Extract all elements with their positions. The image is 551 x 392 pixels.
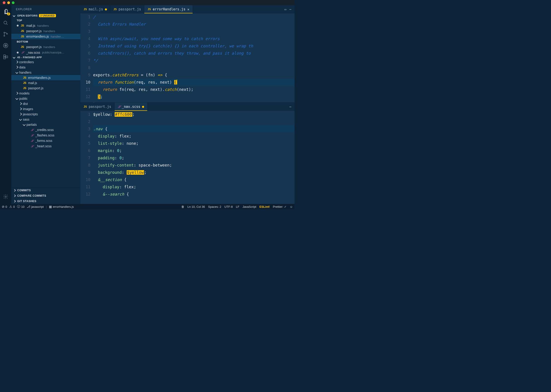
folder-name: models [19,91,29,95]
tree-file[interactable]: JSpassport.js [11,85,80,91]
status-errors[interactable]: ⊘0 [2,205,7,209]
search-icon[interactable] [2,20,9,26]
editor-tab[interactable]: JSpassport.js [80,103,115,111]
tree-folder[interactable]: models [11,91,80,96]
tree-folder[interactable]: dist [11,101,80,106]
extensions-icon[interactable] [2,54,9,60]
svg-point-2 [4,32,5,33]
workspace-root[interactable]: 45 - FINISHED APP [11,55,80,59]
editor-tab[interactable]: 𝒮_nav.scss [115,103,147,111]
code-line[interactable]: display: flex; [93,183,294,190]
code-line[interactable]: Instead of using try{} catch(e) {} in ea… [93,42,294,50]
code-line[interactable]: With async/await, you need some way to c… [93,35,294,42]
tree-file[interactable]: 𝒮_credits.scss [11,127,80,133]
tree-file[interactable]: JSmail.js [11,80,80,85]
more-icon[interactable]: ⋯ [290,7,291,11]
code-line[interactable]: &--search { [93,190,294,198]
tree-folder[interactable]: data [11,65,80,70]
code-editor-top[interactable]: / Catch Errors Handler With async/await,… [93,13,294,102]
file-name: mail.js [26,24,35,28]
tree-folder[interactable]: handlers [11,70,80,75]
code-line[interactable] [93,64,294,71]
code-line[interactable]: Catch Errors Handler [93,21,294,28]
status-trash[interactable]: 🗑 [181,205,184,209]
scss-file-icon: 𝒮 [118,105,120,109]
explorer-sidebar: EXPLORER OPEN EDITORS 2 UNSAVED TOP JSma… [11,5,80,204]
file-dir: handler… [51,35,64,38]
explorer-badge: 2 [7,13,10,15]
minimize-window[interactable] [7,1,10,4]
more-icon[interactable]: ⋯ [290,105,291,109]
status-info[interactable]: ⓘ10 [17,205,24,209]
sidebar-panel-header[interactable]: COMPARE COMMITS [11,193,80,198]
status-ln-col[interactable]: Ln 10, Col 36 [187,205,205,209]
code-editor-bottom[interactable]: $yellow: #ffc600; .nav { display: flex; … [93,111,294,204]
code-line[interactable]: */ [93,57,294,64]
open-editor-file[interactable]: 𝒮_nav.scss public/sass/pa… [11,50,80,55]
chevron-down-icon [13,56,15,58]
tree-file[interactable]: 𝒮_flashes.scss [11,133,80,138]
status-eslint[interactable]: ESLint! [259,205,270,209]
explorer-icon[interactable]: 2 [2,8,9,15]
tree-folder[interactable]: controllers [11,59,80,65]
split-editor-icon[interactable]: ▭ [284,7,286,11]
code-line[interactable]: exports.catchErrors = (fn) => { [93,71,294,79]
maximize-window[interactable] [12,1,14,4]
file-name: mail.js [28,81,37,85]
tree-folder[interactable]: partials [11,122,80,127]
open-editor-file[interactable]: JSpassport.js handlers [11,44,80,50]
chevron-right-icon [13,189,16,191]
open-editors-header[interactable]: OPEN EDITORS 2 UNSAVED [11,13,80,18]
code-line[interactable]: }; [93,100,294,102]
status-git-branch[interactable]: ⎇javascript [27,205,44,209]
chevron-icon [15,71,18,74]
code-line[interactable]: catchErrors(), catch and errors they thr… [93,50,294,57]
editor-tab[interactable]: JSerrorHandlers.js× [144,5,193,13]
code-line[interactable]: justify-content: space-between; [93,161,294,169]
settings-icon[interactable] [2,194,9,200]
dirty-dot-icon [17,25,19,27]
close-window[interactable] [3,1,6,4]
code-line[interactable]: return fn(req, res, next).catch(next); [93,86,294,93]
sidebar-panel-header[interactable]: COMMITS [11,188,80,193]
git-icon[interactable] [2,31,9,37]
open-editor-file[interactable]: JSerrorHandlers.js handler… [11,34,80,39]
close-icon[interactable]: × [187,7,189,12]
tree-folder[interactable]: sass [11,117,80,122]
open-editor-file[interactable]: JSpassport.js handlers [11,28,80,34]
code-line[interactable]: return function(req, res, next) { [93,79,294,86]
code-line[interactable]: $yellow: #ffc600; [93,111,294,118]
editor-tab[interactable]: JSpassport.js [110,5,145,13]
code-line[interactable]: .nav { [93,125,294,133]
status-smiley-icon[interactable]: ☺ [290,205,293,209]
code-line[interactable] [93,118,294,125]
code-line[interactable]: padding: 0; [93,154,294,161]
status-file-context[interactable]: ▦errorHandlers.js [49,205,74,209]
debug-icon[interactable] [2,42,9,49]
status-eol[interactable]: LF [236,205,239,209]
tree-file[interactable]: JSerrorHandlers.js [11,75,80,80]
status-prettier[interactable]: Prettier: ✓ [273,205,286,209]
code-line[interactable]: margin: 0; [93,147,294,154]
chevron-icon [19,118,22,121]
code-line[interactable]: &__section { [93,176,294,183]
tree-folder[interactable]: public [11,96,80,101]
status-encoding[interactable]: UTF-8 [224,205,233,209]
code-line[interactable]: }; [93,93,294,100]
status-warnings[interactable]: ⚠0 [9,205,15,209]
open-editor-file[interactable]: JSmail.js handlers [11,23,80,28]
status-language[interactable]: JavaScript [242,205,256,209]
folder-name: javascripts [23,112,38,116]
tree-folder[interactable]: images [11,106,80,112]
tree-file[interactable]: 𝒮_heart.scss [11,143,80,149]
tree-file[interactable]: 𝒮_forms.scss [11,138,80,143]
code-line[interactable]: / [93,13,294,21]
editor-tab[interactable]: JSmail.js [80,5,110,13]
code-line[interactable]: list-style: none; [93,140,294,147]
status-spaces[interactable]: Spaces: 2 [208,205,221,209]
code-line[interactable]: display: flex; [93,133,294,140]
tree-folder[interactable]: javascripts [11,112,80,117]
code-line[interactable] [93,28,294,35]
code-line[interactable]: background: $yellow; [93,169,294,176]
sidebar-panel-header[interactable]: GIT STASHES [11,198,80,204]
